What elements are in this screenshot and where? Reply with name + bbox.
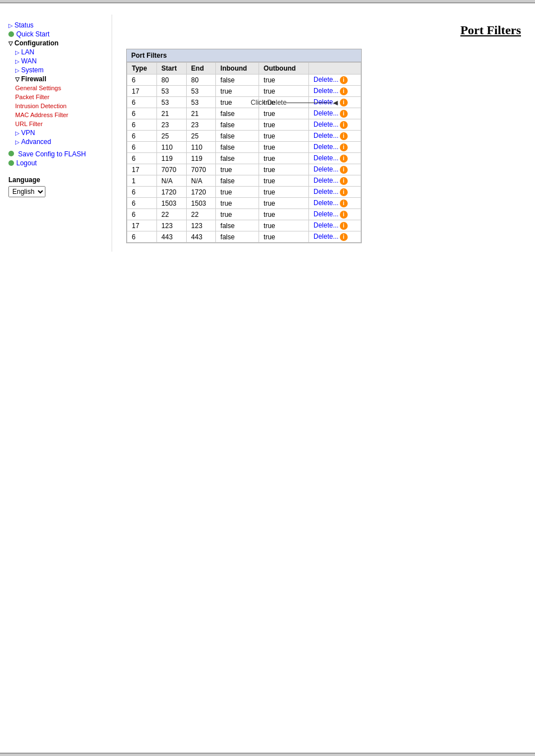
info-icon[interactable]: i — [340, 87, 348, 95]
table-cell: 443 — [186, 231, 215, 243]
intrusion-detection-link[interactable]: Intrusion Detection — [15, 103, 67, 109]
system-link[interactable]: System — [15, 66, 44, 74]
table-cell: N/A — [186, 175, 215, 187]
table-cell: true — [216, 86, 259, 97]
bottom-bar — [0, 753, 535, 756]
table-cell: true — [259, 187, 309, 198]
delete-button[interactable]: Delete... — [313, 221, 339, 229]
info-icon[interactable]: i — [340, 200, 348, 207]
info-icon[interactable]: i — [340, 222, 348, 230]
col-start: Start — [156, 63, 186, 75]
info-icon[interactable]: i — [340, 143, 348, 151]
delete-button[interactable]: Delete... — [313, 87, 339, 95]
info-icon[interactable]: i — [340, 76, 348, 84]
sidebar-item-advanced[interactable]: Advanced — [8, 138, 103, 146]
delete-button[interactable]: Delete... — [313, 199, 339, 207]
language-select[interactable]: English — [8, 186, 45, 197]
sidebar-item-packet-filter[interactable]: Packet Filter — [8, 93, 103, 101]
info-icon[interactable]: i — [340, 155, 348, 163]
delete-button[interactable]: Delete... — [313, 233, 339, 240]
table-cell: 1503 — [156, 198, 186, 209]
delete-button[interactable]: Delete... — [313, 154, 339, 162]
col-end: End — [186, 63, 215, 75]
vpn-link[interactable]: VPN — [15, 129, 35, 137]
delete-button[interactable]: Delete... — [313, 143, 339, 151]
info-icon[interactable]: i — [340, 110, 348, 118]
table-cell: true — [216, 209, 259, 220]
table-cell: true — [259, 164, 309, 175]
delete-button[interactable]: Delete... — [313, 188, 339, 196]
table-cell: true — [259, 75, 309, 86]
quick-start-link[interactable]: Quick Start — [16, 30, 49, 38]
wan-link[interactable]: WAN — [15, 57, 36, 65]
table-action-cell: Delete...i — [308, 119, 361, 131]
sidebar-item-mac-address-filter[interactable]: MAC Address Filter — [8, 111, 103, 119]
info-icon[interactable]: i — [340, 166, 348, 174]
info-icon[interactable]: i — [340, 188, 348, 196]
quick-start-dot-icon — [8, 31, 14, 37]
table-cell: true — [216, 198, 259, 209]
firewall-label[interactable]: Firewall — [15, 75, 46, 83]
sidebar-item-save-config[interactable]: Save Config to FLASH — [8, 150, 103, 158]
info-icon[interactable]: i — [340, 99, 348, 106]
mac-address-filter-link[interactable]: MAC Address Filter — [15, 112, 68, 118]
table-cell: 6 — [127, 131, 157, 142]
table-cell: true — [259, 175, 309, 187]
table-cell: 80 — [156, 75, 186, 86]
delete-button[interactable]: Delete... — [313, 210, 339, 218]
delete-button[interactable]: Delete... — [313, 109, 339, 117]
logout-dot-icon — [8, 160, 14, 166]
sidebar-item-vpn[interactable]: VPN — [8, 129, 103, 137]
table-action-cell: Delete...i — [308, 108, 361, 119]
table-cell: true — [259, 231, 309, 243]
port-filters-container: Port Filters Type Start End Inbound Outb… — [126, 49, 362, 243]
sidebar-item-intrusion-detection[interactable]: Intrusion Detection — [8, 102, 103, 110]
table-action-cell: Delete...i — [308, 131, 361, 142]
advanced-link[interactable]: Advanced — [15, 138, 51, 146]
info-icon[interactable]: i — [340, 132, 348, 140]
table-action-cell: Delete...i — [308, 220, 361, 231]
lan-link[interactable]: LAN — [15, 48, 34, 56]
table-row: 1770707070truetrueDelete...i — [127, 164, 361, 175]
delete-button[interactable]: Delete... — [313, 165, 339, 173]
port-filters-table: Type Start End Inbound Outbound 68080fal… — [127, 62, 361, 243]
general-settings-link[interactable]: General Settings — [15, 85, 61, 91]
table-cell: 6 — [127, 187, 157, 198]
info-icon[interactable]: i — [340, 211, 348, 219]
save-config-link[interactable]: Save Config to FLASH — [18, 150, 86, 158]
sidebar-item-url-filter[interactable]: URL Filter — [8, 120, 103, 128]
table-cell: true — [216, 187, 259, 198]
table-cell: 1720 — [156, 187, 186, 198]
main-layout: Status Quick Start Configuration LAN WAN… — [0, 3, 535, 263]
delete-button[interactable]: Delete... — [313, 76, 339, 84]
info-icon[interactable]: i — [340, 233, 348, 241]
sidebar-item-system[interactable]: System — [8, 66, 103, 74]
table-cell: 23 — [156, 119, 186, 131]
logout-link[interactable]: Logout — [16, 159, 37, 167]
info-icon[interactable]: i — [340, 177, 348, 185]
table-cell: true — [259, 142, 309, 153]
sidebar-item-firewall[interactable]: Firewall — [8, 75, 103, 83]
table-cell: N/A — [156, 175, 186, 187]
table-cell: 123 — [186, 220, 215, 231]
sidebar-item-lan[interactable]: LAN — [8, 48, 103, 56]
sidebar-item-status[interactable]: Status — [8, 21, 103, 29]
info-icon[interactable]: i — [340, 121, 348, 129]
delete-button[interactable]: Delete... — [313, 120, 339, 128]
col-type: Type — [127, 63, 157, 75]
sidebar-item-general-settings[interactable]: General Settings — [8, 84, 103, 92]
packet-filter-link[interactable]: Packet Filter — [15, 94, 49, 100]
sidebar-item-wan[interactable]: WAN — [8, 57, 103, 65]
status-link[interactable]: Status — [8, 21, 34, 29]
sidebar-item-configuration[interactable]: Configuration — [8, 39, 103, 47]
delete-button[interactable]: Delete... — [313, 177, 339, 184]
configuration-label[interactable]: Configuration — [8, 39, 58, 47]
table-header-row: Type Start End Inbound Outbound — [127, 63, 361, 75]
table-cell: false — [216, 75, 259, 86]
delete-button[interactable]: Delete... — [313, 132, 339, 140]
table-cell: 6 — [127, 142, 157, 153]
table-action-cell: Delete...i — [308, 153, 361, 164]
sidebar-item-logout[interactable]: Logout — [8, 159, 103, 167]
sidebar-item-quick-start[interactable]: Quick Start — [8, 30, 103, 38]
url-filter-link[interactable]: URL Filter — [15, 120, 43, 127]
